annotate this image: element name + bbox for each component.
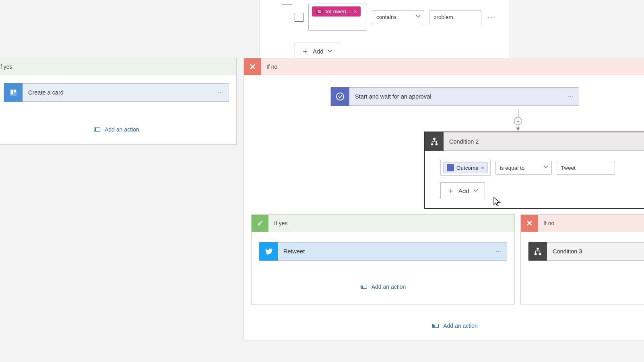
expression-field[interactable]: fx toLower(... × [308, 4, 367, 31]
add-action-icon [93, 126, 101, 133]
add-action-button-partial[interactable] [528, 283, 644, 290]
if-yes-branch-left: f yes Create a card ··· Add an action [0, 58, 237, 145]
condition-2-header[interactable]: Condition 2 ··· [425, 132, 644, 151]
branch-label: If no [266, 64, 277, 70]
add-row-button[interactable]: ＋ Add [295, 43, 339, 60]
no-icon-square [521, 215, 538, 232]
action-title: Condition 3 [553, 248, 644, 255]
chevron-down-icon [543, 165, 548, 169]
condition-icon [528, 242, 547, 261]
condition-3-action[interactable]: Condition 3 [528, 242, 644, 261]
branch-label: If yes [274, 220, 287, 226]
add-action-icon [360, 283, 367, 290]
branch-header-yes: f yes [0, 58, 236, 75]
add-action-button[interactable]: Add an action [259, 283, 507, 290]
nested-branches: If yes Retweet ··· Add an action [244, 209, 644, 317]
svg-rect-6 [433, 138, 436, 140]
remove-token-icon[interactable]: × [481, 165, 484, 171]
card-title: Condition 2 [449, 138, 644, 145]
plus-icon: ＋ [447, 186, 454, 195]
row-checkbox[interactable] [295, 13, 303, 22]
plus-icon: ＋ [301, 46, 309, 56]
fx-token[interactable]: fx toLower(... × [312, 6, 361, 16]
value-input[interactable] [557, 161, 615, 175]
chevron-down-icon [328, 49, 332, 53]
retweet-action[interactable]: Retweet ··· [259, 242, 507, 261]
expression-field[interactable]: Outcome × [440, 160, 491, 176]
condition-1-card: fx toLower(... × contains ··· ＋ Add [260, 0, 509, 67]
action-title: Retweet [283, 248, 496, 255]
svg-point-5 [336, 93, 344, 100]
svg-rect-1 [11, 90, 13, 95]
outcome-token[interactable]: Outcome × [443, 162, 488, 173]
branch-header-no: If no [521, 215, 644, 232]
add-action-label: Add an action [372, 284, 406, 290]
svg-rect-8 [436, 143, 438, 145]
condition-icon [425, 132, 444, 151]
action-menu-button[interactable]: ··· [218, 89, 229, 96]
operator-select[interactable]: is equal to [495, 161, 552, 175]
branch-label: f yes [0, 64, 12, 70]
operator-label: is equal to [500, 165, 525, 171]
insert-step-button[interactable]: + [514, 117, 522, 125]
action-menu-button[interactable]: ··· [568, 93, 579, 100]
fx-badge-icon: fx [316, 9, 323, 14]
x-icon [249, 62, 256, 72]
action-menu-button[interactable]: ··· [496, 248, 507, 255]
svg-rect-13 [539, 253, 541, 255]
chevron-down-icon [473, 188, 478, 193]
condition-2-card: Condition 2 ··· Outcome × is equal to [424, 132, 644, 209]
yes-icon-square [252, 215, 268, 232]
svg-rect-12 [535, 253, 537, 255]
action-title: Start and wait for an approval [355, 93, 568, 100]
value-input[interactable] [429, 10, 481, 24]
add-action-button[interactable]: Add an action [244, 322, 644, 329]
add-label: Add [313, 48, 324, 55]
approval-icon [331, 87, 349, 106]
fx-token-label: toLower(... [326, 8, 351, 14]
operator-select[interactable]: contains [372, 10, 424, 24]
svg-rect-10 [361, 286, 363, 288]
if-no-branch: If no Start and wait for an approval ···… [244, 58, 644, 340]
add-action-label: Add an action [443, 323, 478, 329]
operator-label: contains [376, 14, 396, 20]
svg-rect-7 [431, 143, 433, 145]
branch-label: If no [543, 220, 554, 226]
add-row-button[interactable]: ＋ Add [440, 182, 485, 199]
add-action-label: Add an action [105, 126, 139, 133]
row-menu-button[interactable]: ··· [486, 12, 497, 23]
action-title: Create a card [28, 89, 218, 96]
trello-icon [4, 83, 23, 102]
condition-row: Outcome × is equal to [440, 160, 615, 176]
svg-rect-11 [537, 248, 539, 250]
approval-action[interactable]: Start and wait for an approval ··· [330, 87, 579, 106]
x-icon [526, 218, 533, 228]
branch-header-yes: If yes [252, 215, 514, 232]
connector-line [518, 109, 518, 117]
twitter-icon [259, 242, 278, 261]
svg-rect-17 [433, 325, 435, 327]
add-action-icon [432, 322, 439, 329]
svg-rect-4 [95, 128, 96, 131]
condition-row: fx toLower(... × contains ··· [295, 4, 502, 31]
add-action-button[interactable]: Add an action [4, 126, 229, 133]
approval-badge-icon [447, 164, 454, 171]
create-card-action[interactable]: Create a card ··· [4, 83, 229, 102]
branch-header-no: If no [244, 58, 644, 75]
approval-action-wrapper: Start and wait for an approval ··· [330, 87, 579, 106]
group-bracket [282, 4, 292, 65]
check-icon [257, 218, 264, 228]
nested-if-yes-branch: If yes Retweet ··· Add an action [251, 214, 515, 304]
arrow-down-icon [516, 128, 520, 131]
svg-rect-2 [14, 90, 16, 93]
remove-token-icon[interactable]: × [354, 8, 357, 14]
no-icon-square [244, 58, 261, 75]
token-label: Outcome [456, 165, 479, 171]
chevron-down-icon [416, 14, 421, 19]
add-label: Add [458, 187, 469, 194]
nested-if-no-branch: If no Condition 3 [520, 214, 644, 304]
